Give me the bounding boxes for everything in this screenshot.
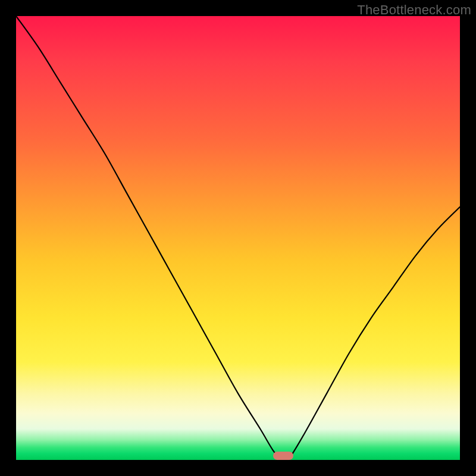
bottleneck-curve	[16, 16, 460, 460]
minimum-marker	[273, 452, 293, 460]
plot-area	[16, 16, 460, 460]
watermark-text: TheBottleneck.com	[357, 2, 471, 18]
chart-frame: TheBottleneck.com	[0, 0, 476, 476]
